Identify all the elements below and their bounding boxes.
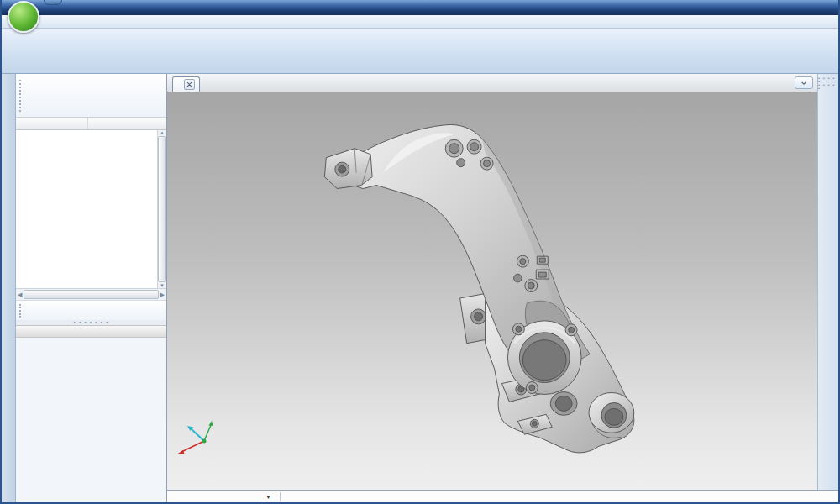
app-logo xyxy=(8,1,39,33)
left-tab-strip xyxy=(2,74,16,502)
toolbar-drag-handle[interactable]: • • • • •• • • • • xyxy=(818,76,838,90)
column-header-name[interactable] xyxy=(16,118,88,129)
document-tab[interactable] xyxy=(172,76,200,92)
toolbar-drag-handle[interactable] xyxy=(19,304,21,318)
divider xyxy=(280,492,281,501)
view-toolbar: • • • • •• • • • • xyxy=(817,74,838,490)
close-icon xyxy=(186,81,192,87)
toolbar-drag-handle[interactable] xyxy=(19,80,21,112)
layer-dropdown-icon[interactable]: ▼ xyxy=(265,494,271,500)
scroll-up-icon[interactable]: ▲ xyxy=(160,130,165,135)
scenes-bottom-toolbar xyxy=(16,300,166,320)
quick-access-toolbar xyxy=(44,0,62,5)
model-steering-knuckle[interactable] xyxy=(167,92,817,490)
scroll-down-icon[interactable]: ▼ xyxy=(160,283,165,288)
vscroll-thumb[interactable] xyxy=(158,136,166,282)
collapse-panel-button[interactable] xyxy=(795,76,813,89)
scene-list-hscrollbar[interactable]: ◀ ▶ xyxy=(16,288,166,300)
help-body xyxy=(16,338,166,502)
close-tab-button[interactable] xyxy=(184,79,195,90)
chevron-down-icon xyxy=(801,80,807,87)
title-bar xyxy=(2,0,838,15)
column-header-comments[interactable] xyxy=(88,118,166,129)
scroll-right-icon[interactable]: ▶ xyxy=(160,291,165,298)
scenes-toolbar xyxy=(16,74,166,118)
menu-bar xyxy=(2,15,838,29)
ribbon xyxy=(2,29,838,74)
origin-triad xyxy=(172,417,244,461)
viewport-3d[interactable] xyxy=(167,92,817,490)
hscroll-thumb[interactable] xyxy=(24,290,158,299)
scene-list: ▲ ▼ xyxy=(16,130,166,288)
document-tab-bar xyxy=(167,74,817,92)
help-header xyxy=(16,325,166,338)
scroll-left-icon[interactable]: ◀ xyxy=(18,291,22,298)
scene-list-vscrollbar[interactable]: ▲ ▼ xyxy=(157,130,166,288)
viewport-status-bar: ▼ xyxy=(167,490,838,502)
viewport-area xyxy=(167,74,817,490)
app-window: ▲ ▼ ◀ ▶ • • • • • • • xyxy=(0,0,840,504)
scene-table-header xyxy=(16,118,166,130)
scenes-panel: ▲ ▼ ◀ ▶ • • • • • • • xyxy=(16,74,167,502)
